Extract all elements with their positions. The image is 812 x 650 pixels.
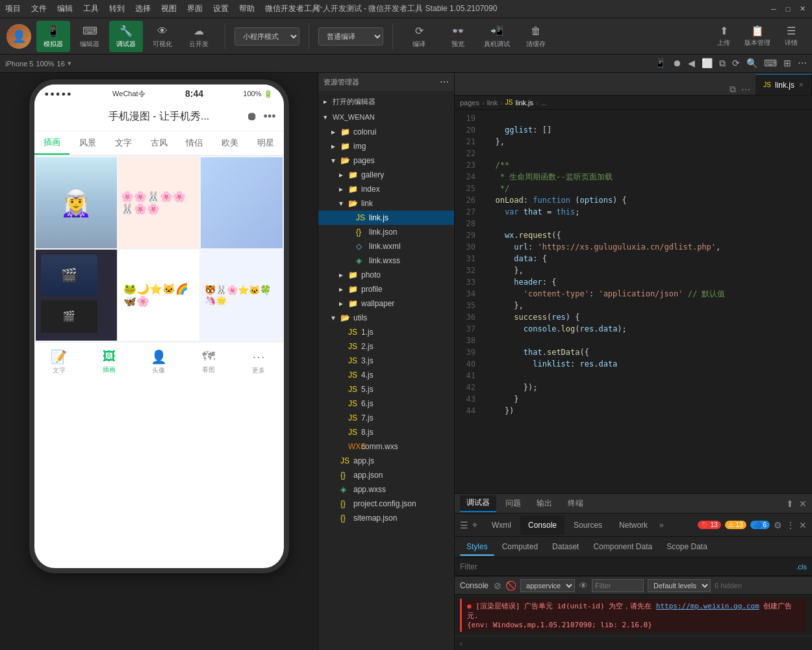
phone-bottom-avatar[interactable]: 👤 头像 xyxy=(134,349,184,375)
breadcrumb-item-1[interactable]: pages xyxy=(460,99,479,107)
style-tab-styles[interactable]: Styles xyxy=(460,539,494,556)
style-tab-component[interactable]: Component Data xyxy=(587,539,659,556)
tree-file-linkjs[interactable]: JS link.js xyxy=(318,211,454,225)
tree-file-8js[interactable]: JS 8.js xyxy=(318,425,454,439)
version-button[interactable]: 📋 版本管理 xyxy=(743,25,772,47)
maximize-button[interactable]: □ xyxy=(783,5,793,14)
tree-folder-colorui[interactable]: 📁 colorui xyxy=(318,125,454,139)
menu-item-interface[interactable]: 界面 xyxy=(187,3,203,14)
tree-file-6js[interactable]: JS 6.js xyxy=(318,396,454,411)
devtools-gear-icon[interactable]: ⚙ xyxy=(774,520,782,530)
devtools-settings-icon[interactable]: ☰ xyxy=(460,520,468,530)
tree-folder-link[interactable]: 📂 link xyxy=(318,196,454,211)
gallery-item-3[interactable] xyxy=(201,157,282,248)
tree-file-commwxs[interactable]: WXS comm.wxs xyxy=(318,439,454,454)
gallery-item-1[interactable]: 🧝‍♀️ xyxy=(36,157,117,248)
style-tab-computed[interactable]: Computed xyxy=(496,539,544,556)
code-icon[interactable]: ⌨ xyxy=(764,58,777,69)
breadcrumb-item-2[interactable]: link xyxy=(487,99,498,107)
project-header[interactable]: WX_WENAN xyxy=(318,109,454,125)
clear-cache-button[interactable]: 🗑 清缓存 xyxy=(519,21,553,52)
tree-file-appjson[interactable]: {} app.json xyxy=(318,468,454,482)
search-icon[interactable]: 🔍 xyxy=(746,58,757,69)
menu-item-help[interactable]: 帮助 xyxy=(239,3,255,14)
breadcrumb-item-3[interactable]: link.js xyxy=(516,99,534,107)
menu-item-edit[interactable]: 编辑 xyxy=(57,3,73,14)
back-icon[interactable]: ◀ xyxy=(688,58,695,69)
phone-nav-item-star[interactable]: 明星 xyxy=(248,131,284,155)
record-icon[interactable]: ⏺ xyxy=(672,58,681,69)
close-tab-icon[interactable]: ✕ xyxy=(798,81,804,88)
phone-nav-item-ancient[interactable]: 古风 xyxy=(141,131,177,155)
console-clear-icon[interactable]: 🚫 xyxy=(505,580,516,591)
gallery-item-6[interactable]: 🐯🐰🌸⭐🐱🍀🦄🌟 xyxy=(201,250,282,341)
devtab-sources[interactable]: Sources xyxy=(566,515,610,535)
devtab-wxml[interactable]: Wxml xyxy=(484,515,519,535)
error-link[interactable]: https://mp.weixin.qq.com xyxy=(656,602,759,610)
menu-item-goto[interactable]: 转到 xyxy=(109,3,125,14)
debug-tab-issues[interactable]: 问题 xyxy=(499,495,527,512)
tree-file-linkwxml[interactable]: ◇ link.wxml xyxy=(318,239,454,254)
tree-folder-photo[interactable]: 📁 photo xyxy=(318,268,454,282)
expand-icon[interactable]: ⬆ xyxy=(786,499,794,509)
minimize-button[interactable]: ─ xyxy=(769,5,778,14)
phone-bottom-illustration[interactable]: 🖼 插画 xyxy=(84,349,134,374)
compile-mode-select[interactable]: 普通编译 xyxy=(318,27,383,46)
code-editor-area[interactable]: 1920212223242526272829303132333435363738… xyxy=(455,110,812,493)
dropdown-icon[interactable]: ▾ xyxy=(68,59,71,68)
menu-item-project[interactable]: 项目 xyxy=(5,3,21,14)
tree-file-sitemap[interactable]: {} sitemap.json xyxy=(318,511,454,525)
close-button[interactable]: ✕ xyxy=(798,5,807,14)
menu-item-wechat[interactable]: 微信开发者工具 xyxy=(265,3,320,14)
tree-file-5js[interactable]: JS 5.js xyxy=(318,382,454,396)
style-tab-dataset[interactable]: Dataset xyxy=(546,539,585,556)
console-appservice-select[interactable]: appservice xyxy=(520,579,575,592)
tree-folder-utils[interactable]: 📂 utils xyxy=(318,311,454,325)
open-editors-header[interactable]: 打开的编辑器 xyxy=(318,94,454,109)
editor-tab-linkjs[interactable]: JS link.js ✕ xyxy=(755,74,812,95)
tree-folder-profile[interactable]: 📁 profile xyxy=(318,282,454,296)
compile-button[interactable]: ⟳ 编译 xyxy=(402,21,436,52)
tree-file-projectconfig[interactable]: {} project.config.json xyxy=(318,497,454,511)
cloud-button[interactable]: ☁ 云开发 xyxy=(182,21,216,52)
phone-icon[interactable]: 📱 xyxy=(655,58,666,69)
split-editor-icon[interactable]: ⧉ xyxy=(730,84,736,95)
devtools-close-icon[interactable]: ✕ xyxy=(799,520,807,530)
devtab-network[interactable]: Network xyxy=(611,515,655,535)
visual-button[interactable]: 👁 可视化 xyxy=(146,21,179,52)
devtab-console[interactable]: Console xyxy=(520,515,565,535)
more-icon[interactable]: ⋯ xyxy=(798,58,807,69)
gallery-item-5[interactable]: 🐸🌙⭐🐱🌈🦋🌸 xyxy=(118,250,199,341)
tree-folder-img[interactable]: 📁 img xyxy=(318,139,454,153)
phone-nav-item-scenery[interactable]: 风景 xyxy=(70,131,105,155)
tree-folder-pages[interactable]: 📂 pages xyxy=(318,153,454,168)
console-eye-icon[interactable]: 👁 xyxy=(579,580,588,591)
tree-file-1js[interactable]: JS 1.js xyxy=(318,325,454,339)
home-icon[interactable]: ⬜ xyxy=(702,58,713,69)
tree-folder-index[interactable]: 📁 index xyxy=(318,182,454,196)
menu-item-file[interactable]: 文件 xyxy=(31,3,47,14)
console-levels-select[interactable]: Default levels xyxy=(648,579,711,592)
gallery-item-4[interactable]: 🎬 🎬 xyxy=(36,250,117,341)
grid-icon[interactable]: ⊞ xyxy=(783,58,791,69)
tree-file-linkwxss[interactable]: ◈ link.wxss xyxy=(318,254,454,268)
tree-file-7js[interactable]: JS 7.js xyxy=(318,411,454,425)
console-circle-icon[interactable]: ⊘ xyxy=(494,580,501,591)
phone-bottom-more[interactable]: ⋯ 更多 xyxy=(234,349,284,375)
real-machine-button[interactable]: 📲 真机调试 xyxy=(480,21,514,52)
pages-icon[interactable]: ⧉ xyxy=(719,58,726,69)
debugger-button[interactable]: 🔧 调试器 xyxy=(109,21,143,52)
simulator-button[interactable]: 📱 模拟器 xyxy=(36,21,70,52)
menu-item-select[interactable]: 选择 xyxy=(135,3,151,14)
tree-file-4js[interactable]: JS 4.js xyxy=(318,368,454,382)
tree-folder-wallpaper[interactable]: 📁 wallpaper xyxy=(318,296,454,311)
phone-nav-item-illustration[interactable]: 插画 xyxy=(34,131,70,155)
preview-button[interactable]: 👓 预览 xyxy=(441,21,475,52)
tree-folder-gallery[interactable]: 📁 gallery xyxy=(318,168,454,182)
debug-tab-output[interactable]: 输出 xyxy=(530,495,559,512)
tree-file-appjs[interactable]: JS app.js xyxy=(318,454,454,468)
menu-item-view[interactable]: 视图 xyxy=(161,3,177,14)
style-tab-scope[interactable]: Scope Data xyxy=(660,539,714,556)
tree-file-3js[interactable]: JS 3.js xyxy=(318,354,454,368)
tree-file-2js[interactable]: JS 2.js xyxy=(318,339,454,354)
